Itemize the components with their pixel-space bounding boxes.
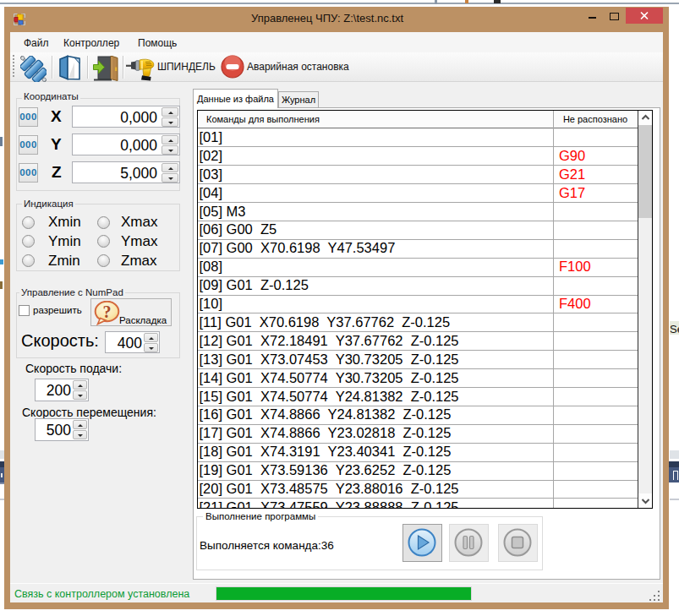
svg-text:?: ? (103, 303, 112, 321)
